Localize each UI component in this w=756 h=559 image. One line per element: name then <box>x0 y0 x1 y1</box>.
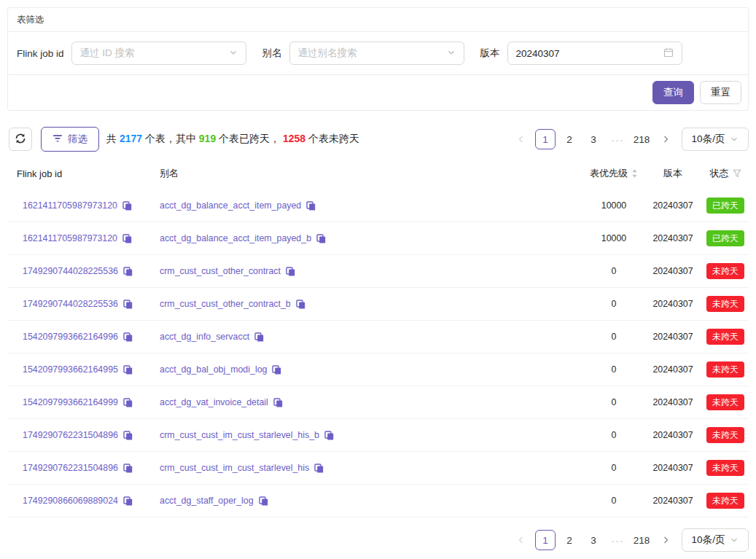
page-button[interactable]: 3 <box>583 129 604 149</box>
copy-icon[interactable] <box>296 300 305 309</box>
cell-status: 未跨天 <box>695 329 749 345</box>
copy-icon[interactable] <box>314 464 324 473</box>
cell-flink-job-id: 1542097993662164996 <box>7 332 150 342</box>
copy-icon[interactable] <box>286 267 295 276</box>
table-summary: 共 2177 个表，其中 919 个表已跨天， 1258 个表未跨天 <box>106 133 359 146</box>
copy-icon[interactable] <box>122 234 132 243</box>
alias-link[interactable]: acct_dg_balance_acct_item_payed_b <box>160 233 311 243</box>
flink-job-id-link[interactable]: 1749290762231504896 <box>23 430 118 440</box>
summary-not-crossed-count: 1258 <box>283 133 305 144</box>
copy-icon[interactable] <box>316 234 326 243</box>
cell-version: 20240307 <box>650 364 695 375</box>
copy-icon[interactable] <box>123 398 133 407</box>
page-ellipsis[interactable]: ··· <box>607 530 628 550</box>
column-header-flink-job-id: Flink job id <box>7 168 150 179</box>
alias-link[interactable]: acct_dg_staff_oper_log <box>160 496 254 506</box>
page-button[interactable]: 218 <box>631 530 652 550</box>
filter-field-version: 版本 20240307 <box>480 42 682 65</box>
filter-funnel-icon[interactable] <box>733 169 741 178</box>
refresh-button[interactable] <box>9 128 32 151</box>
version-date-input[interactable]: 20240307 <box>507 42 682 65</box>
filter-button-label: 筛选 <box>68 133 87 146</box>
page-button[interactable]: 218 <box>631 129 652 149</box>
flink-job-id-link[interactable]: 1542097993662164999 <box>23 397 118 407</box>
alias-link[interactable]: acct_dg_vat_invoice_detail <box>160 397 268 407</box>
next-page-button[interactable] <box>655 129 676 149</box>
filter-card: 表筛选 Flink job id 通过 ID 搜索 别名 通过别名搜索 <box>7 7 749 111</box>
cell-version: 20240307 <box>650 332 695 342</box>
cell-alias: acct_dg_staff_oper_log <box>150 496 577 506</box>
flink-job-id-link[interactable]: 1542097993662164995 <box>23 364 118 375</box>
alias-select[interactable]: 通过别名搜索 <box>289 42 464 65</box>
copy-icon[interactable] <box>123 300 133 309</box>
cell-version: 20240307 <box>650 299 695 309</box>
page-button-active[interactable]: 1 <box>535 530 556 550</box>
flink-job-id-link[interactable]: 1749290866069889024 <box>23 496 118 506</box>
table-row: 1542097993662164995acct_dg_bal_obj_modi_… <box>7 353 749 386</box>
copy-icon[interactable] <box>123 332 133 342</box>
table-row: 1542097993662164996acct_dg_info_servacct… <box>7 321 749 353</box>
alias-link[interactable]: acct_dg_bal_obj_modi_log <box>160 364 267 375</box>
cell-status: 未跨天 <box>695 394 749 410</box>
column-header-priority[interactable]: 表优先级 <box>577 167 650 180</box>
query-button[interactable]: 查询 <box>652 81 694 104</box>
page-size-select[interactable]: 10条/页 <box>682 128 749 151</box>
cell-priority: 0 <box>577 496 650 506</box>
prev-page-button[interactable] <box>511 530 531 550</box>
copy-icon[interactable] <box>123 267 133 276</box>
summary-total-count: 2177 <box>120 133 142 144</box>
flink-job-id-link[interactable]: 1621411705987973120 <box>23 233 117 243</box>
table-row: 1621411705987973120acct_dg_balance_acct_… <box>7 189 749 222</box>
filter-button[interactable]: 筛选 <box>41 127 99 152</box>
flink-job-id-link[interactable]: 1749290762231504896 <box>23 463 118 473</box>
copy-icon[interactable] <box>123 464 133 473</box>
alias-link[interactable]: crm_cust_cust_other_contract <box>160 266 281 276</box>
copy-icon[interactable] <box>123 431 133 440</box>
page-button[interactable]: 2 <box>559 129 580 149</box>
alias-link[interactable]: acct_dg_balance_acct_item_payed <box>160 200 301 211</box>
page-button-active[interactable]: 1 <box>535 129 556 149</box>
cell-priority: 0 <box>577 364 650 375</box>
summary-text: 个表未跨天 <box>305 133 359 144</box>
cell-alias: acct_dg_balance_acct_item_payed <box>150 200 577 211</box>
page-button[interactable]: 2 <box>559 530 580 550</box>
copy-icon[interactable] <box>123 365 133 375</box>
sorter-icon[interactable] <box>631 168 638 179</box>
copy-icon[interactable] <box>122 201 132 211</box>
page-button[interactable]: 3 <box>583 530 604 550</box>
prev-page-button[interactable] <box>511 129 531 149</box>
copy-icon[interactable] <box>259 496 268 506</box>
alias-link[interactable]: acct_dg_info_servacct <box>160 332 249 342</box>
status-badge: 未跨天 <box>706 263 744 279</box>
alias-label: 别名 <box>262 47 282 60</box>
reset-button[interactable]: 重置 <box>700 81 741 104</box>
alias-link[interactable]: crm_cust_cust_im_cust_starlevel_his <box>160 463 309 473</box>
page-size-label: 10条/页 <box>692 533 725 547</box>
copy-icon[interactable] <box>306 201 316 211</box>
page-size-select[interactable]: 10条/页 <box>682 528 749 552</box>
copy-icon[interactable] <box>123 496 133 506</box>
flink-job-id-link[interactable]: 1749290744028225536 <box>23 299 118 309</box>
next-page-button[interactable] <box>655 530 676 550</box>
status-badge: 已跨天 <box>706 198 744 214</box>
page-ellipsis[interactable]: ··· <box>607 129 628 149</box>
table-body: 1621411705987973120acct_dg_balance_acct_… <box>7 189 749 517</box>
cell-priority: 0 <box>577 397 650 407</box>
copy-icon[interactable] <box>324 431 334 440</box>
cell-flink-job-id: 1542097993662164999 <box>7 397 150 407</box>
flink-job-id-link[interactable]: 1542097993662164996 <box>23 332 118 342</box>
cell-flink-job-id: 1749290762231504896 <box>7 430 150 440</box>
cell-alias: acct_dg_vat_invoice_detail <box>150 397 577 407</box>
flink-job-id-link[interactable]: 1749290744028225536 <box>23 266 118 276</box>
alias-link[interactable]: crm_cust_cust_other_contract_b <box>160 299 291 309</box>
cell-flink-job-id: 1542097993662164995 <box>7 364 150 375</box>
copy-icon[interactable] <box>273 398 283 407</box>
cell-status: 未跨天 <box>695 263 749 279</box>
copy-icon[interactable] <box>272 365 281 375</box>
cell-version: 20240307 <box>650 266 695 276</box>
alias-link[interactable]: crm_cust_cust_im_cust_starlevel_his_b <box>160 430 319 440</box>
flink-job-id-link[interactable]: 1621411705987973120 <box>23 200 117 211</box>
copy-icon[interactable] <box>254 332 264 342</box>
pagination-bottom: 123···21810条/页 <box>7 528 749 552</box>
flink-job-id-select[interactable]: 通过 ID 搜索 <box>71 42 246 65</box>
